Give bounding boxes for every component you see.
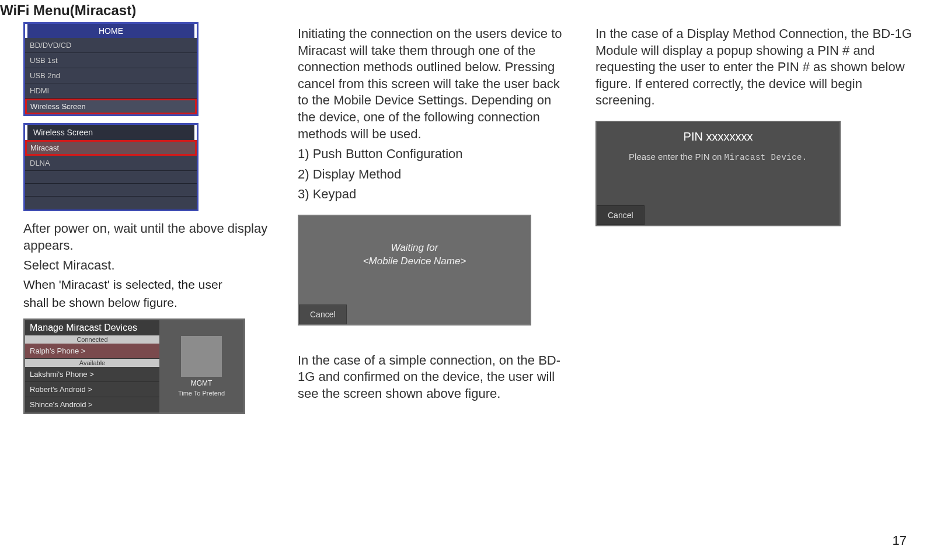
home-menu-item: USB 2nd [25,68,197,83]
device-row: Lakshmi's Phone > [25,367,159,382]
wireless-menu-item [25,171,197,184]
pin-body-device: Miracast Device. [725,153,807,162]
page-title: WiFi Menu(Miracast) [0,0,930,22]
instruction-text: Initiating the connection on the users d… [298,26,572,142]
instruction-text: When 'Miracast' is selected, the user [23,276,274,292]
manage-miracast-screenshot: Manage Miracast Devices Connected Ralph'… [23,318,245,414]
now-playing-artist: MGMT [191,379,213,387]
home-menu-item-selected: Wireless Screen [25,99,197,114]
device-row: Robert's Android > [25,382,159,397]
wireless-menu-item: DLNA [25,156,197,171]
waiting-line1: Waiting for [391,242,438,253]
method-1: 1) Push Button Configuration [298,146,572,163]
home-menu-item: USB 1st [25,53,197,68]
pin-title: PIN xxxxxxxx [597,122,840,148]
album-art-placeholder [181,336,222,377]
wireless-menu-item [25,197,197,209]
home-menu-header: HOME [25,24,197,38]
manage-title: Manage Miracast Devices [25,320,159,335]
method-3: 3) Keypad [298,186,572,203]
wireless-menu-header: Wireless Screen [25,125,197,140]
instruction-text: In the case of a Display Method Connecti… [595,26,922,109]
instruction-text: After power on, wait until the above dis… [23,220,274,254]
wireless-menu-screenshot: Wireless Screen Miracast DLNA [23,123,198,211]
device-row: Shince's Android > [25,397,159,412]
waiting-popup-screenshot: Waiting for <Mobile Device Name> Cancel [298,215,531,326]
instruction-text: shall be shown below figure. [23,295,274,310]
method-2: 2) Display Method [298,166,572,183]
wireless-menu-item [25,184,197,197]
available-label: Available [25,359,159,367]
instruction-text: Select Miracast. [23,257,274,274]
home-menu-screenshot: HOME BD/DVD/CD USB 1st USB 2nd HDMI Wire… [23,22,198,116]
home-menu-item: HDMI [25,83,197,99]
cancel-button[interactable]: Cancel [299,304,347,324]
home-menu-item: BD/DVD/CD [25,38,197,53]
pin-body-prefix: Please enter the PIN on [629,152,724,162]
wireless-menu-item-selected: Miracast [25,140,197,156]
instruction-text: In the case of a simple connection, on t… [298,352,572,402]
device-row-selected: Ralph's Phone > [25,344,159,359]
connected-label: Connected [25,335,159,344]
waiting-line2: <Mobile Device Name> [363,256,466,267]
cancel-button[interactable]: Cancel [597,205,645,225]
pin-popup-screenshot: PIN xxxxxxxx Please enter the PIN on Mir… [595,121,841,226]
now-playing-track: Time To Pretend [178,390,225,397]
page-number: 17 [893,533,907,548]
